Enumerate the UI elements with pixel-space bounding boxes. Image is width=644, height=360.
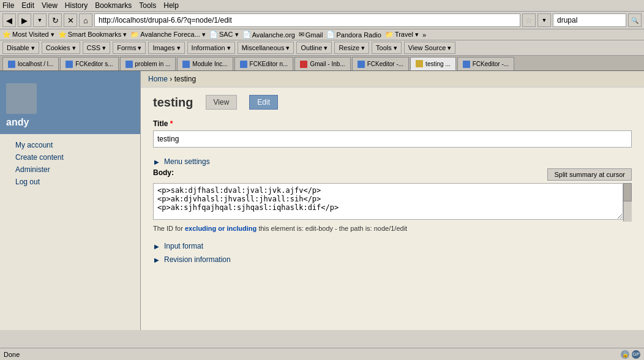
menu-bookmarks[interactable]: Bookmarks — [95, 1, 132, 10]
breadcrumb-current: testing — [174, 75, 196, 83]
tab-2[interactable]: problem in ... — [120, 57, 176, 70]
devtool-outline[interactable]: Outline ▾ — [296, 42, 332, 54]
revision-collapse[interactable]: ▶ Revision information — [153, 253, 632, 266]
scrollbar-track[interactable] — [623, 183, 632, 222]
breadcrumb-home[interactable]: Home — [148, 75, 168, 83]
menu-bar: File Edit View History Bookmarks Tools H… — [0, 0, 644, 12]
forward-button[interactable]: ▶ — [18, 13, 31, 27]
tab-7[interactable]: testing ... — [410, 57, 456, 70]
bookmark-item[interactable]: ⭐ Most Visited ▾ — [2, 31, 54, 39]
sidebar-item-administer[interactable]: Administer — [0, 163, 140, 176]
menu-settings-label: Menu settings — [164, 157, 210, 166]
devtool-disable[interactable]: Disable ▾ — [2, 42, 39, 54]
body-textarea[interactable] — [153, 183, 623, 220]
url-input[interactable] — [94, 13, 520, 27]
scrollbar-thumb[interactable] — [623, 183, 632, 201]
menu-settings-collapse[interactable]: ▶ Menu settings — [153, 155, 632, 168]
menu-help[interactable]: Help — [163, 1, 179, 10]
devtool-viewsource[interactable]: View Source ▾ — [404, 42, 456, 54]
sidebar: andy My account Create content Administe… — [0, 71, 141, 330]
devtool-resize[interactable]: Resize ▾ — [334, 42, 369, 54]
body-textarea-container — [153, 183, 632, 222]
tab-1[interactable]: FCKeditor s... — [60, 57, 118, 70]
page-form-area: testing View Edit Title * ▶ Menu setting… — [141, 88, 644, 274]
input-format-label: Input format — [164, 242, 203, 250]
back-button[interactable]: ◀ — [2, 13, 16, 27]
bookmark-gmail[interactable]: ✉ Gmail — [299, 31, 323, 39]
bookmark-star[interactable]: ☆ — [522, 13, 536, 27]
devtool-forms[interactable]: Forms ▾ — [113, 42, 146, 54]
developer-toolbar: Disable ▾ Cookies ▾ CSS ▾ Forms ▾ Images… — [0, 40, 644, 56]
expand-icon: ▶ — [153, 158, 160, 165]
bookmark-avalanche-forecast[interactable]: 📁 Avalanche Foreca... ▾ — [130, 31, 206, 39]
navigation-toolbar: ◀ ▶ ▼ ↻ ✕ ⌂ ☆ ▼ 🔍 — [0, 12, 644, 29]
bookmark-travel[interactable]: 📁 Travel ▾ — [385, 31, 419, 39]
title-required: * — [170, 119, 173, 128]
page-title: testing — [153, 96, 193, 110]
page-content-area: Home › testing testing View Edit Title * — [141, 71, 644, 330]
tab-0[interactable]: localhost / l... — [2, 57, 59, 70]
title-section: Title * — [153, 119, 632, 148]
sidebar-username: andy — [6, 117, 134, 128]
devtool-miscellaneous[interactable]: Miscellaneous ▾ — [238, 42, 294, 54]
tab-3[interactable]: Module Inc... — [177, 57, 233, 70]
menu-history[interactable]: History — [65, 1, 88, 10]
reload-button[interactable]: ↻ — [48, 13, 62, 27]
tab-4[interactable]: FCKEditor n... — [234, 57, 294, 70]
search-input[interactable] — [553, 13, 626, 27]
sidebar-item-logout[interactable]: Log out — [0, 176, 140, 188]
devtool-information[interactable]: Information ▾ — [187, 42, 235, 54]
input-format-expand-icon: ▶ — [153, 242, 160, 250]
breadcrumb-separator: › — [170, 75, 174, 83]
sidebar-item-createcontent[interactable]: Create content — [0, 151, 140, 163]
revision-expand-icon: ▶ — [153, 256, 160, 263]
tab-8[interactable]: FCKeditor -... — [457, 57, 514, 70]
breadcrumb: Home › testing — [141, 71, 644, 88]
sidebar-item-myaccount[interactable]: My account — [0, 139, 140, 151]
devtool-tools[interactable]: Tools ▾ — [372, 42, 402, 54]
title-input[interactable] — [153, 130, 632, 148]
menu-edit[interactable]: Edit — [21, 1, 34, 10]
tab-5[interactable]: Gmail - Inb... — [294, 57, 350, 70]
body-hint-link[interactable]: excluding or including — [185, 225, 256, 232]
title-label: Title * — [153, 119, 632, 128]
sidebar-header: andy — [0, 71, 140, 134]
body-row: Body: Split summary at cursor — [153, 168, 632, 181]
menu-file[interactable]: File — [2, 1, 14, 10]
split-summary-button[interactable]: Split summary at cursor — [547, 168, 632, 181]
revision-label: Revision information — [164, 255, 231, 264]
menu-view[interactable]: View — [42, 1, 58, 10]
body-hint: The ID for excluding or including this e… — [153, 224, 632, 233]
home-button[interactable]: ⌂ — [79, 13, 92, 27]
stop-button[interactable]: ✕ — [64, 13, 77, 27]
page-title-row: testing View Edit — [153, 95, 632, 110]
sidebar-nav: My account Create content Administer Log… — [0, 134, 140, 193]
tab-view[interactable]: View — [206, 95, 238, 110]
main-layout: andy My account Create content Administe… — [0, 71, 644, 330]
dropdown-button[interactable]: ▼ — [33, 13, 47, 27]
search-button[interactable]: 🔍 — [628, 13, 642, 27]
browser-tabs: localhost / l... FCKeditor s... problem … — [0, 56, 644, 71]
bookmark-more[interactable]: » — [422, 31, 426, 39]
menu-tools[interactable]: Tools — [139, 1, 156, 10]
user-avatar — [6, 83, 37, 114]
devtool-cookies[interactable]: Cookies ▾ — [42, 42, 80, 54]
tab-6[interactable]: FCKeditor -... — [352, 57, 409, 70]
bookmarks-bar: ⭐ Most Visited ▾ ⭐ Smart Bookmarks ▾ 📁 A… — [0, 29, 644, 40]
devtool-images[interactable]: Images ▾ — [148, 42, 184, 54]
tab-edit[interactable]: Edit — [249, 95, 278, 110]
body-label: Body: — [153, 168, 174, 177]
bookmark-avalanche-org[interactable]: 📄 Avalanche.org — [242, 31, 295, 39]
bookmark-sac[interactable]: 📄 SAC ▾ — [209, 31, 239, 39]
search-dropdown[interactable]: ▼ — [537, 13, 551, 27]
input-format-collapse[interactable]: ▶ Input format — [153, 239, 632, 253]
bookmark-smart[interactable]: ⭐ Smart Bookmarks ▾ — [58, 31, 127, 39]
bookmark-pandora[interactable]: 📄 Pandora Radio — [326, 31, 381, 39]
devtool-css[interactable]: CSS ▾ — [83, 42, 111, 54]
